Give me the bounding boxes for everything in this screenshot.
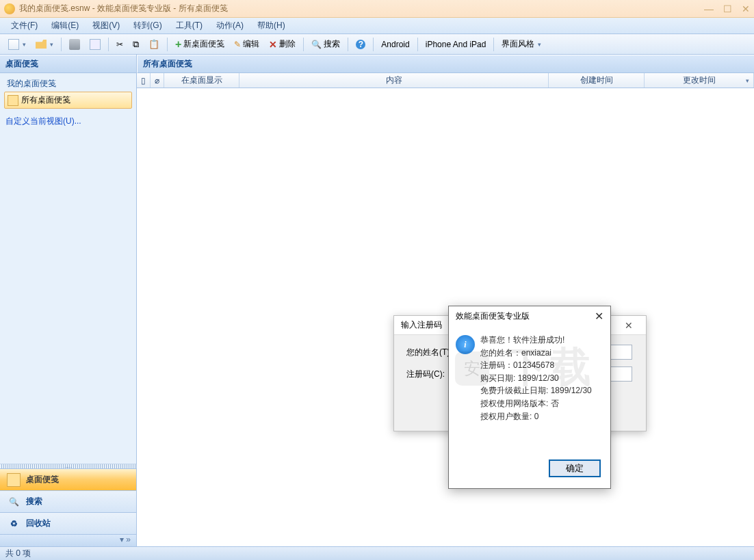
nav-expand[interactable]: ▾ »: [0, 534, 136, 546]
plus-icon: +: [175, 38, 181, 51]
info-icon: i: [456, 335, 475, 354]
separator: [493, 38, 494, 51]
dialog-front-titlebar[interactable]: 效能桌面便笺专业版 ✕: [449, 306, 610, 325]
delete-label: 删除: [279, 38, 296, 50]
statusbar: 共 0 项: [0, 546, 754, 560]
col-show[interactable]: 在桌面显示: [164, 73, 239, 88]
note-icon: [8, 95, 18, 106]
menu-action[interactable]: 动作(A): [211, 18, 249, 33]
menu-help[interactable]: 帮助(H): [252, 18, 291, 33]
copy-button[interactable]: ⧉: [129, 37, 143, 52]
search-icon: 🔍: [311, 40, 322, 49]
nav-recycle[interactable]: ♻回收站: [0, 512, 136, 534]
cut-button[interactable]: ✂: [112, 38, 127, 51]
new-file-icon: [8, 39, 19, 50]
help-icon: ?: [356, 40, 365, 49]
sidebar-spacer: [0, 131, 136, 464]
dialog-front-body: i 恭喜您！软件注册成功! 您的姓名：enxiazai 注册码：01234567…: [449, 325, 610, 453]
col-modified[interactable]: 更改时间: [645, 73, 754, 88]
iphone-button[interactable]: iPhone And iPad: [421, 38, 491, 51]
open-file-button[interactable]: [31, 37, 57, 52]
grid-body: 输入注册码 ✕ 您的姓名(T): 注册码(C): 安 下载 效能桌面便笺专业版 …: [137, 88, 754, 546]
new-note-button[interactable]: +新桌面便笺: [171, 36, 229, 53]
separator: [417, 38, 418, 51]
menu-edit[interactable]: 编辑(E): [46, 18, 84, 33]
dialog-success: 效能桌面便笺专业版 ✕ i 恭喜您！软件注册成功! 您的姓名：enxiazai …: [448, 306, 611, 489]
paste-button[interactable]: 📋: [144, 37, 164, 51]
pencil-icon: ✎: [234, 40, 241, 49]
sidebar-item-all-notes[interactable]: 所有桌面便笺: [4, 92, 132, 109]
sidebar-header: 桌面便笺: [0, 55, 136, 73]
main-panel: 所有桌面便笺 ▯ ⌀ 在桌面显示 内容 创建时间 更改时间 输入注册码 ✕ 您的…: [137, 55, 754, 546]
android-button[interactable]: Android: [377, 38, 413, 51]
window-controls: — ☐ ✕: [704, 3, 750, 14]
msg-line: 恭喜您！软件注册成功!: [480, 334, 592, 347]
dialog-front-close[interactable]: ✕: [595, 310, 603, 323]
nav-label: 搜索: [26, 496, 42, 507]
window-title: 我的桌面便笺.esnw - 效能桌面便笺专业版 - 所有桌面便笺: [19, 3, 704, 14]
dialog-back-title: 输入注册码: [401, 319, 442, 331]
name-label: 您的姓名(T):: [406, 347, 454, 358]
grid-header: ▯ ⌀ 在桌面显示 内容 创建时间 更改时间: [137, 73, 754, 88]
toolbar: ✂ ⧉ 📋 +新桌面便笺 ✎编辑 ✕删除 🔍搜索 ? Android iPhon…: [0, 34, 754, 55]
sidebar-tree: 我的桌面便笺 所有桌面便笺: [0, 73, 136, 111]
cut-icon: ✂: [116, 40, 123, 49]
style-label: 界面风格: [502, 38, 534, 50]
doc-icon: ▯: [141, 76, 146, 85]
nav-notes[interactable]: 桌面便笺: [0, 468, 136, 490]
col-icon2[interactable]: ⌀: [151, 73, 164, 88]
paste-icon: 📋: [148, 39, 159, 49]
code-label: 注册码(C):: [406, 369, 454, 380]
content-area: 桌面便笺 我的桌面便笺 所有桌面便笺 自定义当前视图(U)... ····· 桌…: [0, 55, 754, 546]
col-content[interactable]: 内容: [239, 73, 549, 88]
menu-goto[interactable]: 转到(G): [128, 18, 167, 33]
separator: [167, 38, 168, 51]
minimize-button[interactable]: —: [704, 3, 714, 14]
preview-button[interactable]: [86, 37, 105, 52]
nav-label: 桌面便笺: [26, 474, 59, 485]
sidebar: 桌面便笺 我的桌面便笺 所有桌面便笺 自定义当前视图(U)... ····· 桌…: [0, 55, 137, 546]
menubar: 文件(F) 编辑(E) 视图(V) 转到(G) 工具(T) 动作(A) 帮助(H…: [0, 18, 754, 34]
delete-icon: ✕: [269, 39, 277, 50]
print-button[interactable]: [65, 37, 84, 52]
nav-search[interactable]: 🔍搜索: [0, 490, 136, 512]
menu-file[interactable]: 文件(F): [5, 18, 43, 33]
attach-icon: ⌀: [155, 76, 159, 85]
dialog-front-title: 效能桌面便笺专业版: [456, 310, 530, 322]
customize-view-link[interactable]: 自定义当前视图(U)...: [0, 111, 136, 131]
msg-line: 购买日期: 1899/12/30: [480, 372, 592, 385]
dialog-back-close[interactable]: ✕: [619, 320, 639, 331]
resize-grip[interactable]: ·····: [0, 464, 136, 468]
separator: [373, 38, 374, 51]
menu-view[interactable]: 视图(V): [87, 18, 125, 33]
style-button[interactable]: 界面风格: [497, 36, 545, 52]
open-folder-icon: [36, 39, 47, 50]
ok-button[interactable]: 确定: [549, 459, 601, 477]
separator: [108, 38, 109, 51]
help-button[interactable]: ?: [352, 38, 369, 51]
print-icon: [69, 39, 80, 50]
status-text: 共 0 项: [5, 548, 31, 559]
sidebar-item-my-notes[interactable]: 我的桌面便笺: [4, 76, 132, 92]
msg-line: 授权用户数量: 0: [480, 410, 592, 423]
copy-icon: ⧉: [133, 39, 139, 50]
col-created[interactable]: 创建时间: [549, 73, 645, 88]
new-file-button[interactable]: [4, 37, 30, 52]
tree-label: 所有桌面便笺: [21, 94, 70, 106]
new-note-label: 新桌面便笺: [183, 38, 224, 50]
close-button[interactable]: ✕: [742, 3, 750, 14]
main-header: 所有桌面便笺: [137, 55, 754, 73]
dialog-message: 恭喜您！软件注册成功! 您的姓名：enxiazai 注册码：012345678 …: [480, 334, 592, 449]
menu-tools[interactable]: 工具(T): [170, 18, 208, 33]
maximize-button[interactable]: ☐: [723, 3, 732, 14]
search-button[interactable]: 🔍搜索: [307, 36, 344, 52]
search-label: 搜索: [324, 38, 340, 50]
edit-button[interactable]: ✎编辑: [230, 36, 263, 52]
col-icon1[interactable]: ▯: [137, 73, 151, 88]
msg-line: 免费升级截止日期: 1899/12/30: [480, 384, 592, 397]
titlebar: 我的桌面便笺.esnw - 效能桌面便笺专业版 - 所有桌面便笺 — ☐ ✕: [0, 0, 754, 18]
delete-button[interactable]: ✕删除: [265, 36, 300, 52]
dialog-front-footer: 确定: [449, 453, 610, 488]
preview-icon: [90, 39, 101, 50]
nav-label: 回收站: [26, 518, 51, 529]
